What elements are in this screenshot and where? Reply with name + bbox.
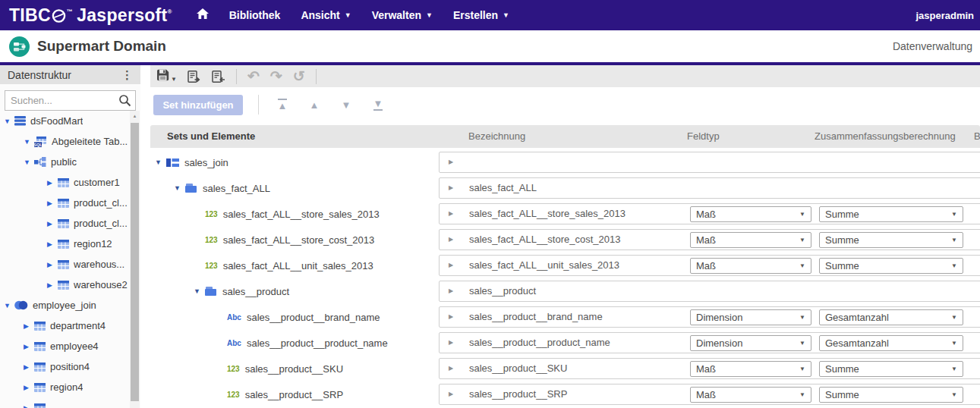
element-tree-item[interactable]: ▼sales__product — [150, 281, 439, 302]
expander-icon[interactable]: ▶ — [47, 240, 58, 248]
search-input[interactable] — [5, 95, 118, 106]
expander-icon[interactable]: ▼ — [194, 287, 205, 295]
top-nav-bar: TIBC™ Jaspersoft® Bibliothek Ansicht▼ Ve… — [0, 0, 980, 30]
tree-item-product-cl-2[interactable]: ▶product_cl... — [0, 213, 140, 234]
summary-select[interactable]: Summe▼ — [819, 387, 963, 403]
row-expand-icon[interactable]: ▶ — [449, 178, 453, 198]
row-expand-icon[interactable]: ▶ — [449, 152, 453, 172]
move-bottom-button[interactable]: ▼ — [370, 99, 386, 111]
row-expand-icon[interactable]: ▶ — [449, 230, 453, 250]
add-set-button[interactable]: Set hinzufügen — [153, 95, 243, 115]
fieldtype-select[interactable]: Dimension▼ — [690, 335, 811, 351]
row-expand-icon[interactable]: ▶ — [449, 204, 453, 224]
move-up-button[interactable]: ▲ — [306, 100, 323, 110]
summary-select[interactable]: Gesamtanzahl▼ — [819, 309, 963, 325]
element-tree-item[interactable]: 123sales_fact_ALL__store_sales_2013 — [150, 203, 439, 224]
save-button[interactable]: ▼ — [156, 69, 177, 84]
row-label: sales__product__SRP — [469, 384, 567, 404]
nav-item-bibliothek[interactable]: Bibliothek — [229, 9, 281, 21]
user-menu[interactable]: jasperadmin — [915, 10, 974, 21]
table-icon — [34, 383, 46, 392]
search-icon[interactable] — [118, 94, 131, 107]
chevron-down-icon: ▼ — [503, 11, 509, 19]
tree-item-region4[interactable]: ▶region4 — [0, 377, 140, 397]
expander-icon[interactable]: ▶ — [47, 220, 58, 228]
expander-icon[interactable]: ▼ — [4, 302, 14, 309]
table-row: Abcsales__product__product_name ▶sales__… — [150, 332, 980, 353]
fieldtype-select[interactable]: Maß▼ — [690, 232, 811, 248]
move-down-button[interactable]: ▼ — [338, 100, 355, 110]
expander-icon[interactable]: ▶ — [24, 322, 34, 330]
nav-item-verwalten[interactable]: Verwalten▼ — [372, 9, 433, 21]
expander-icon[interactable]: ▶ — [47, 281, 58, 289]
element-tree-item[interactable]: Abcsales__product__product_name — [150, 332, 439, 353]
row-expand-icon[interactable]: ▶ — [449, 256, 453, 275]
redo-button[interactable]: ↷ — [270, 69, 282, 83]
summary-select[interactable]: Summe▼ — [819, 206, 963, 222]
expander-icon[interactable]: ▼ — [174, 184, 185, 192]
tree-item-product-cl-1[interactable]: ▶product_cl... — [0, 193, 140, 213]
tree-item-dsfoodmart[interactable]: ▼dsFoodMart — [0, 111, 140, 131]
element-tree-item[interactable]: ▼sales_fact_ALL — [150, 177, 439, 199]
row-expand-icon[interactable]: ▶ — [449, 384, 453, 404]
element-tree-item[interactable]: Abcsales__product__brand_name — [150, 306, 439, 328]
summary-select[interactable]: Summe▼ — [819, 258, 963, 274]
home-button[interactable] — [197, 8, 209, 22]
undo-button[interactable]: ↶ — [247, 69, 260, 83]
fieldtype-select[interactable]: Dimension▼ — [690, 309, 811, 325]
expander-icon[interactable]: ▶ — [24, 384, 34, 391]
element-tree-item[interactable]: 123sales_fact_ALL__unit_sales_2013 — [150, 255, 439, 276]
row-expand-icon[interactable]: ▶ — [449, 307, 453, 327]
expander-icon[interactable]: ▼ — [4, 118, 14, 125]
element-tree-item[interactable]: ▼sales_join — [150, 152, 439, 173]
kebab-menu-icon[interactable]: ⋮ — [121, 69, 133, 80]
tree-item-employee4[interactable]: ▶employee4 — [0, 336, 140, 356]
select-caret-icon: ▼ — [951, 310, 957, 325]
fieldtype-select[interactable]: Maß▼ — [690, 258, 811, 274]
nav-item-erstellen[interactable]: Erstellen▼ — [453, 9, 509, 21]
tree-item-employee-join[interactable]: ▼employee_join — [0, 295, 140, 315]
home-icon — [197, 8, 209, 22]
element-tree-item[interactable]: 123sales_fact_ALL__store_cost_2013 — [150, 229, 439, 250]
row-expand-icon[interactable]: ▶ — [449, 333, 453, 353]
tree-scrollbar[interactable]: ▲ — [130, 111, 140, 408]
tree-item-position4[interactable]: ▶position4 — [0, 356, 140, 377]
scrollbar-up-icon[interactable]: ▲ — [130, 111, 140, 121]
fieldtype-select[interactable]: Maß▼ — [690, 387, 811, 403]
expander-icon[interactable]: ▶ — [47, 261, 58, 268]
fieldtype-select[interactable]: Maß▼ — [690, 206, 811, 222]
summary-select[interactable]: Summe▼ — [819, 361, 963, 377]
tree-item-region12[interactable]: ▶region12 — [0, 234, 140, 254]
expander-icon[interactable]: ▶ — [24, 363, 34, 371]
move-down-icon: ▼ — [342, 99, 351, 111]
expander-icon[interactable]: ▶ — [24, 343, 34, 350]
row-expand-icon[interactable]: ▶ — [449, 281, 453, 301]
summary-select[interactable]: Summe▼ — [819, 232, 963, 248]
tree-item-customer1[interactable]: ▶customer1 — [0, 172, 140, 193]
tree-item-warehouse[interactable]: ▶warehous... — [0, 254, 140, 275]
tree-item-partial[interactable]: ▶ — [0, 397, 140, 408]
move-top-button[interactable]: ▲ — [274, 99, 291, 111]
tree-item-department4[interactable]: ▶department4 — [0, 315, 140, 336]
export-design-button[interactable] — [187, 71, 201, 83]
expander-icon[interactable]: ▼ — [24, 158, 34, 166]
expander-icon[interactable]: ▶ — [24, 404, 34, 408]
element-tree-item[interactable]: 123sales__product__SKU — [150, 358, 439, 379]
import-design-button[interactable] — [212, 71, 225, 83]
expander-icon[interactable]: ▼ — [155, 158, 166, 166]
expander-icon[interactable]: ▼ — [24, 138, 34, 146]
scrollbar-thumb[interactable] — [131, 123, 139, 401]
row-expand-icon[interactable]: ▶ — [449, 359, 453, 378]
element-tree-item[interactable]: 123sales__product__SRP — [150, 384, 439, 405]
tree-item-derived-tables[interactable]: ▼SQLAbgeleitete Tab... — [0, 131, 140, 152]
nav-item-ansicht[interactable]: Ansicht▼ — [301, 9, 351, 21]
tree-item-public[interactable]: ▼public — [0, 152, 140, 172]
expander-icon[interactable]: ▶ — [47, 179, 58, 187]
tibco-o-icon — [52, 8, 66, 23]
undo-all-button[interactable]: ↺ — [293, 69, 305, 83]
fieldtype-select[interactable]: Maß▼ — [690, 361, 811, 377]
domain-icon — [9, 36, 30, 57]
tree-item-warehouse2[interactable]: ▶warehouse2 — [0, 275, 140, 295]
expander-icon[interactable]: ▶ — [47, 199, 58, 207]
summary-select[interactable]: Gesamtanzahl▼ — [819, 335, 963, 351]
